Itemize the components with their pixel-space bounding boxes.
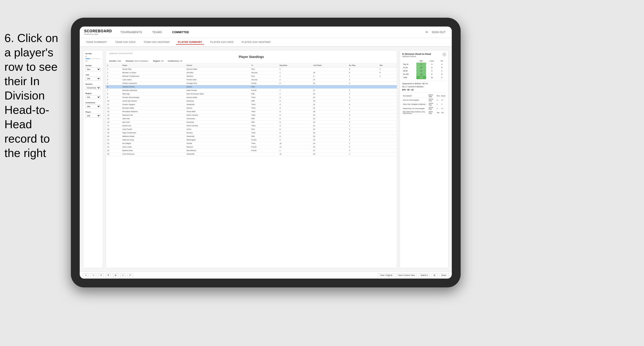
no-rds-slider[interactable] bbox=[86, 58, 100, 59]
sign-out-button[interactable]: Sign out bbox=[430, 30, 447, 35]
table-row[interactable]: 10 Jacob Mac Diesen Arkansas Fifth 3 23 … bbox=[106, 99, 397, 103]
cell-no-rds: 2 bbox=[348, 96, 378, 99]
gender-display: Gender: Men bbox=[109, 60, 121, 62]
division-filter: Division NCAA Division I bbox=[86, 83, 100, 90]
subnav-team-summary[interactable]: TEAM SUMMARY bbox=[84, 40, 109, 45]
table-row[interactable]: 20 Matthew Riedel Vanderbilt Fifth 8 23 … bbox=[106, 135, 397, 138]
cell-yr: Fourth bbox=[250, 82, 278, 85]
cell-yr: First bbox=[250, 67, 278, 71]
table-row[interactable]: 8 Mats Ege East Tennessee State Fifth 1 … bbox=[106, 92, 397, 96]
cell-school: Tennessee bbox=[185, 117, 250, 121]
h2h-panel: In Division Head-to-Head Jackson Koivun … bbox=[400, 50, 448, 268]
h2h-range: 26-50 bbox=[402, 69, 416, 72]
refresh-button[interactable]: ⟳ bbox=[127, 273, 133, 277]
cell-school: Arkansas bbox=[185, 99, 250, 103]
cell-yr: Third bbox=[250, 124, 278, 128]
h2h-range: Top 10 bbox=[402, 63, 416, 66]
copy-button[interactable]: ⧉ bbox=[106, 273, 111, 277]
no-rds-value: 6 bbox=[86, 55, 100, 57]
table-row[interactable]: 6 Jackson Koivun Auburn First bbox=[106, 85, 397, 89]
h2h-col-win: Win bbox=[416, 59, 426, 63]
col-no-rds: No. Rds. bbox=[348, 63, 378, 67]
cell-win bbox=[378, 82, 397, 85]
table-row[interactable]: 5 Christo Lamprecht Georgia Tech Fourth … bbox=[106, 82, 397, 85]
subnav-player-h2h-heatmap[interactable]: PLAYER H2H HEATMAP bbox=[240, 40, 272, 45]
table-row[interactable]: 21 Taehoon Song Washington Fourth 6 23 1 bbox=[106, 138, 397, 142]
table-row[interactable]: 18 Luke Powell UCLA First 6 24 1 bbox=[106, 128, 397, 131]
cell-conf-rank bbox=[312, 67, 348, 71]
cell-reg-rank: 1 bbox=[278, 92, 312, 96]
nav-tournaments[interactable]: TOURNAMENTS bbox=[119, 30, 144, 35]
format-button[interactable]: A bbox=[120, 273, 126, 277]
table-row[interactable]: 4 Luke Claton Florida State Second 1 27 … bbox=[106, 78, 397, 82]
nav-committee[interactable]: COMMITTEE bbox=[170, 30, 191, 35]
tour-name: SEC Match Play hosted by Jerry Pate Roun… bbox=[402, 111, 428, 115]
table-row[interactable]: 25 Cole Sherwood Vanderbilt 12 23 1 bbox=[106, 152, 397, 156]
cell-player: Nicholas Gabrelcik bbox=[121, 89, 185, 92]
h2h-close-button[interactable]: ✕ bbox=[442, 53, 446, 56]
watch-button[interactable]: Watch ▾ bbox=[418, 273, 430, 277]
cell-rank: 18 bbox=[106, 128, 121, 131]
subnav-team-h2h-heatmap[interactable]: TEAM H2H HEATMAP bbox=[142, 40, 172, 45]
table-row[interactable]: 12 Brendan Valles Auburn Third 4 22 1 bbox=[106, 106, 397, 110]
tournament-table: Tournament Event Type Pos Score Amer Ari… bbox=[402, 94, 446, 115]
table-row[interactable]: 23 Jack Lundin Missouri Fourth 11 24 0 bbox=[106, 145, 397, 149]
redo-button[interactable]: ↪ bbox=[90, 273, 96, 277]
h2h-row: 11-25 20 9 5 bbox=[402, 66, 446, 69]
save-custom-button[interactable]: Save Custom View bbox=[396, 273, 417, 277]
layout-button[interactable]: ⊞ bbox=[432, 273, 438, 277]
reset-button[interactable]: ↺ bbox=[98, 273, 104, 277]
cell-yr: Third bbox=[250, 131, 278, 135]
tour-col-tournament: Tournament bbox=[402, 94, 428, 98]
table-row[interactable]: 13 Phichaksn Maichon Texas A&M Third 6 3… bbox=[106, 110, 397, 113]
subnav-player-summary[interactable]: PLAYER SUMMARY bbox=[176, 40, 204, 45]
year-select[interactable]: (All) bbox=[86, 77, 100, 80]
view-original-button[interactable]: View: Original bbox=[378, 273, 394, 277]
cell-player: Wenyi Ding bbox=[121, 67, 185, 71]
division-select[interactable]: NCAA Division I bbox=[86, 86, 100, 90]
cell-no-rds: 8 bbox=[348, 71, 378, 74]
table-row[interactable]: 9 Preston Summerhays Arizona State Third… bbox=[106, 96, 397, 99]
conference-filter: Conference (All) bbox=[86, 102, 100, 108]
cell-no-rds: 1 bbox=[348, 74, 378, 78]
gender-filter: Gender Men bbox=[86, 65, 100, 71]
table-row[interactable]: 2 Michael La Sasso Ole Miss Second 1 18 … bbox=[106, 71, 397, 74]
table-row[interactable]: 16 Alex Goff Kentucky Fifth 8 19 0 bbox=[106, 121, 397, 124]
share-button[interactable]: Share bbox=[439, 273, 448, 277]
table-row[interactable]: 7 Nicholas Gabrelcik North Florida Fourt… bbox=[106, 89, 397, 92]
table-row[interactable]: 24 Bastien Amat New Mexico Fourth 1 27 2 bbox=[106, 149, 397, 152]
cell-yr: Fifth bbox=[250, 99, 278, 103]
gender-select[interactable]: Men bbox=[86, 67, 100, 71]
region-select[interactable]: N/A bbox=[86, 95, 100, 99]
cell-rank: 5 bbox=[106, 82, 121, 85]
table-row[interactable]: 19 Tiger Christensen Arizona Third 8 23 … bbox=[106, 131, 397, 135]
nav-teams[interactable]: TEAMS bbox=[150, 30, 164, 35]
cell-player: Tiger Christensen bbox=[121, 131, 185, 135]
table-row[interactable]: 22 Ian Gilligan Florida Third 10 24 1 bbox=[106, 142, 397, 145]
subnav-player-h2h-grid[interactable]: PLAYER H2H GRID bbox=[208, 40, 236, 45]
col-win: Win bbox=[378, 63, 397, 67]
cell-reg-rank: 4 bbox=[278, 124, 312, 128]
undo-button[interactable]: ↩ bbox=[83, 273, 89, 277]
table-row[interactable]: 14 Maxwell Ford North Carolina Third 3 2… bbox=[106, 113, 397, 117]
cell-school: Washington bbox=[185, 138, 250, 142]
player-select[interactable]: (All) bbox=[86, 114, 100, 118]
table-row[interactable]: 1 Wenyi Ding Arizona State First 1 8 1 bbox=[106, 67, 397, 71]
h2h-win: 22 bbox=[416, 69, 426, 72]
cell-yr: Third bbox=[250, 142, 278, 145]
paste-button[interactable]: ⊞ bbox=[113, 273, 118, 277]
cell-yr: Fifth bbox=[250, 121, 278, 124]
tour-pos: 2 bbox=[436, 106, 440, 111]
cell-reg-rank: 1 bbox=[278, 74, 312, 78]
table-row[interactable]: 3 Michael Thorbjornsen Stanford First 1 … bbox=[106, 74, 397, 78]
table-row[interactable]: 17 David Ford North Carolina Third 4 21 … bbox=[106, 124, 397, 128]
table-row[interactable]: 11 Gordon Sargent Vanderbilt Third 4 21 … bbox=[106, 103, 397, 106]
subnav-team-h2h-grid[interactable]: TEAM H2H GRID bbox=[114, 40, 138, 45]
conference-select[interactable]: (All) bbox=[86, 105, 100, 108]
cell-player: Cole Sherwood bbox=[121, 152, 185, 156]
table-row[interactable]: 15 Jake Hall Tennessee Fifth 8 22 1 bbox=[106, 117, 397, 121]
cell-win bbox=[378, 113, 397, 117]
cell-yr bbox=[250, 152, 278, 156]
cell-conf-rank: 23 bbox=[312, 152, 348, 156]
cell-win bbox=[378, 142, 397, 145]
